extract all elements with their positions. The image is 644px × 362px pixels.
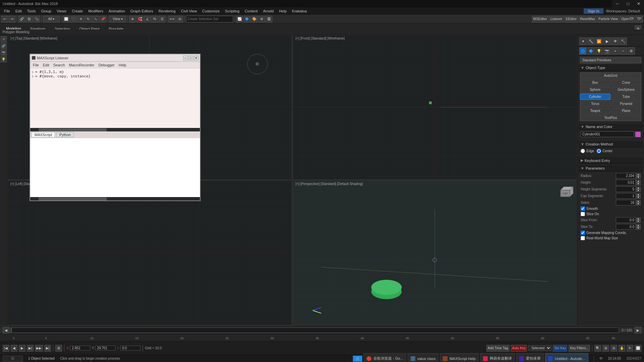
height-input[interactable] — [616, 180, 636, 185]
ms-menu-edit[interactable]: Edit — [42, 63, 51, 67]
next-frame-button[interactable]: ▶| — [44, 345, 51, 352]
curve-editor[interactable]: 📈 — [236, 16, 243, 22]
auto-key-button[interactable]: Auto Key — [511, 345, 527, 352]
panel-icon-modify[interactable]: 🔧 — [587, 38, 595, 45]
panel-icon-create[interactable]: ✦ — [579, 38, 587, 45]
cap-segments-input[interactable] — [616, 193, 636, 199]
menu-tools[interactable]: Tools — [24, 8, 39, 14]
taskbar-windows[interactable]: ⊞ — [353, 356, 362, 362]
menu-rendering[interactable]: Rendering — [156, 8, 178, 14]
timeline-ruler[interactable]: 0 5 10 15 20 25 30 35 40 45 50 55 60 65 … — [0, 334, 644, 341]
height-segments-input[interactable] — [616, 186, 636, 192]
create-shape-icon[interactable]: 🔷 — [587, 47, 595, 55]
taskbar-obs[interactable]: 爱拍录屏 — [516, 353, 544, 362]
ms-tab-python[interactable]: Python — [56, 132, 74, 137]
play-button[interactable]: ▶ — [19, 345, 25, 352]
slice-from-input[interactable] — [616, 217, 636, 223]
material-editor[interactable]: 🎨 — [251, 16, 258, 22]
ms-input-hscroll[interactable] — [30, 197, 200, 200]
menu-file[interactable]: File — [1, 8, 13, 14]
create-camera-icon[interactable]: 📷 — [603, 47, 611, 55]
percent-snap[interactable]: % — [151, 16, 158, 22]
prim-pyramid[interactable]: Pyramid — [611, 101, 642, 107]
menu-edit[interactable]: Edit — [13, 8, 24, 14]
lt-link[interactable]: 🔗 — [1, 43, 7, 49]
panel-icon-display[interactable]: 👁 — [611, 38, 619, 45]
listener-button[interactable]: Listener — [549, 16, 564, 22]
align-button[interactable]: ⊟ — [176, 16, 183, 22]
place-button[interactable]: 📌 — [100, 16, 106, 22]
select-filter[interactable]: All ▾ — [43, 16, 60, 22]
prim-textplus[interactable]: TextPlus — [580, 115, 641, 121]
prim-sphere[interactable]: Sphere — [580, 86, 610, 93]
key-mode-button[interactable]: ⊞ — [55, 345, 62, 352]
viewport-bottom-left[interactable]: [+] [Left] [Standard] — [7, 180, 292, 325]
panel-icon-utility[interactable]: 🔨 — [620, 38, 627, 45]
menu-krakatoa[interactable]: Krakatoa — [289, 8, 310, 14]
spinner-snap[interactable]: ☰ — [159, 16, 165, 22]
menu-arnold[interactable]: Arnold — [260, 8, 276, 14]
real-world-checkbox[interactable] — [581, 236, 585, 240]
select-button[interactable]: ⬜ — [63, 16, 69, 22]
vp-nav-field[interactable]: ⊟ — [610, 345, 617, 352]
add-time-tag-button[interactable]: Add Time Tag — [486, 345, 509, 352]
render-frame[interactable]: 🖼 — [266, 16, 272, 22]
height-down[interactable]: ▼ — [636, 183, 641, 185]
z-coord-input[interactable] — [120, 346, 141, 351]
prev-key-button[interactable]: ◀ — [11, 345, 17, 352]
cap-segments-down[interactable]: ▼ — [636, 196, 641, 199]
mirror-button[interactable]: ⟺ — [168, 16, 176, 22]
menu-modifiers[interactable]: Modifiers — [86, 8, 106, 14]
lt-select[interactable]: ↗ — [1, 36, 7, 42]
vp-nav-arc[interactable]: ↻ — [627, 345, 633, 352]
radius-down[interactable]: ▼ — [636, 176, 641, 179]
create-system-icon[interactable]: ⚙ — [628, 47, 635, 55]
reset-max[interactable]: ResetMax — [579, 16, 596, 22]
prim-plane[interactable]: Plane — [611, 108, 642, 114]
move-button[interactable]: ✛ — [77, 16, 84, 22]
bind-button[interactable]: 📎 — [33, 16, 40, 22]
schematic-button[interactable]: 🔷 — [244, 16, 250, 22]
create-helper-icon[interactable]: + — [611, 47, 619, 55]
menu-customize[interactable]: Customize — [200, 8, 222, 14]
ms-menu-file[interactable]: File — [32, 63, 40, 67]
viewport-top-right[interactable]: [+] [Front] [Standard] [Wireframe] — [292, 35, 577, 180]
particle-view[interactable]: Particle View — [597, 16, 619, 22]
prev-frame-button[interactable]: |◀ — [3, 345, 9, 352]
standard-primitives-dropdown[interactable]: Standard Primitives — [580, 57, 641, 63]
panel-icon-hierarchy[interactable]: 🔼 — [595, 38, 603, 45]
snap-button[interactable]: 🧲 — [137, 16, 143, 22]
lt-light[interactable]: 💡 — [1, 56, 7, 62]
e-editor[interactable]: EEditor — [565, 16, 578, 22]
vp-nav-maximize[interactable]: ⬜ — [635, 345, 641, 352]
next-key-button[interactable]: ▶▶ — [35, 345, 43, 352]
prim-cylinder[interactable]: Cylinder — [580, 94, 610, 100]
lt-camera[interactable]: 📷 — [1, 50, 7, 56]
x-coord-input[interactable] — [70, 346, 90, 351]
taskbar-chrome[interactable]: 谷歌浏览器 - Go... — [364, 353, 406, 362]
ms-menu-search[interactable]: Search — [52, 63, 66, 67]
key-filters-button[interactable]: Key Filters... — [569, 345, 590, 352]
taskbar-3dsmax[interactable]: Untitled - Autode... — [545, 353, 588, 362]
taskbar-netease[interactable]: 网易有道翻译 — [480, 353, 515, 362]
ms-menu-macrorecorder[interactable]: MacroRecorder — [68, 63, 96, 67]
height-segments-down[interactable]: ▼ — [636, 189, 641, 192]
undo-button[interactable]: ↩ — [1, 16, 8, 22]
ms-restore-button[interactable]: □ — [189, 56, 193, 60]
view-cube[interactable]: TOP — [557, 183, 574, 200]
close-button[interactable]: ✕ — [633, 0, 644, 7]
panel-icon-motion[interactable]: ▶ — [603, 38, 611, 45]
prim-tube[interactable]: Tube — [611, 94, 642, 100]
rotate-button[interactable]: ↻ — [85, 16, 92, 22]
scale-button[interactable]: ⤡ — [92, 16, 99, 22]
menu-group[interactable]: Group — [38, 8, 54, 14]
set-key-button[interactable]: Set Key — [553, 345, 567, 352]
ms-close-button[interactable]: ✕ — [194, 56, 199, 60]
vp-nav-zoom[interactable]: 🔍 — [594, 345, 601, 352]
prim-cone[interactable]: Cone — [611, 79, 642, 86]
reference-coord[interactable]: View ▾ — [109, 16, 126, 22]
link-button[interactable]: 🔗 — [18, 16, 25, 22]
menu-civil-view[interactable]: Civil View — [178, 8, 199, 14]
key-mode-select[interactable]: Selected — [528, 345, 551, 351]
object-name-input[interactable] — [581, 131, 634, 137]
